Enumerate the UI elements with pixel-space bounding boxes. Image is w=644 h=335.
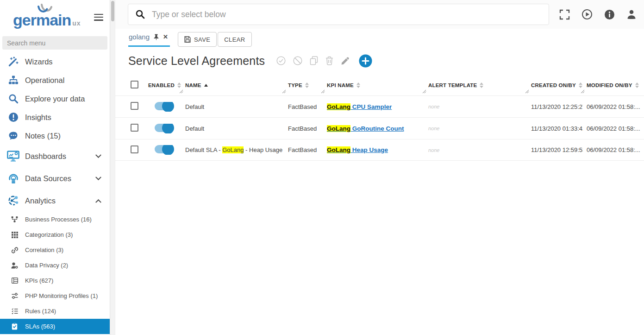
- kpi-link[interactable]: GoLang GoRoutine Count: [327, 125, 404, 132]
- filter-row: golang ✕ SAVE CLEAR: [115, 29, 644, 48]
- sort-icon: [579, 82, 582, 88]
- chevron-down-icon: [95, 152, 101, 158]
- chevron-down-icon: [95, 174, 101, 180]
- column-resize-handle[interactable]: [581, 89, 585, 95]
- info-circle-icon[interactable]: [604, 9, 615, 20]
- list-table-icon: [11, 278, 19, 284]
- duplicate-copy-icon[interactable]: [310, 56, 318, 65]
- sidebar-item-data-sources[interactable]: Data Sources: [0, 167, 110, 190]
- add-plus-button[interactable]: [359, 54, 372, 68]
- row-checkbox[interactable]: [131, 145, 138, 153]
- sidebar-nav: Wizards Operational Explore your data: [0, 52, 110, 334]
- scrollbar-thumb[interactable]: [111, 1, 114, 21]
- sidebar-item-label: Explore your data: [25, 95, 85, 103]
- column-resize-handle[interactable]: [282, 89, 286, 95]
- sla-table: ENABLED NAME TYPE KPI NAME ALERT TEMPLAT: [115, 75, 644, 161]
- select-all-checkbox[interactable]: [131, 81, 138, 88]
- column-resize-handle[interactable]: [422, 89, 426, 95]
- title-actions: [276, 54, 372, 68]
- sidebar-item-data-privacy[interactable]: Data Privacy (2): [0, 258, 110, 273]
- analytics-nodes-icon: [7, 195, 19, 206]
- sidebar-item-insights[interactable]: Insights: [0, 108, 110, 126]
- col-header-modified-on-by[interactable]: MODIFIED ON/BY: [583, 75, 644, 95]
- enabled-toggle[interactable]: [155, 145, 172, 153]
- col-header-alert-template[interactable]: ALERT TEMPLATE: [425, 75, 527, 95]
- row-checkbox[interactable]: [131, 124, 138, 132]
- sidebar-item-wizards[interactable]: Wizards: [0, 52, 110, 71]
- sidebar-item-kpis[interactable]: KPIs (627): [0, 273, 110, 288]
- sliders-icon: [11, 293, 19, 299]
- col-label-alert-template: ALERT TEMPLATE: [428, 82, 477, 88]
- sidebar-item-label: Wizards: [25, 57, 53, 66]
- sidebar-item-notes[interactable]: Notes (15): [0, 126, 110, 145]
- pin-icon[interactable]: [153, 34, 159, 40]
- sla-name: Default: [181, 103, 284, 110]
- link-icon: [11, 247, 19, 253]
- task-list-icon: [11, 308, 19, 314]
- play-circle-icon[interactable]: [581, 9, 593, 20]
- sidebar-item-operational[interactable]: Operational: [0, 71, 110, 89]
- hamburger-menu-icon[interactable]: [92, 10, 105, 24]
- sidebar-item-categorization[interactable]: Categorization (3): [0, 227, 110, 242]
- sidebar-search-input[interactable]: [2, 36, 107, 50]
- clear-button[interactable]: CLEAR: [218, 32, 251, 47]
- col-header-enabled[interactable]: ENABLED: [144, 75, 181, 95]
- sidebar-item-correlation[interactable]: Correlation (3): [0, 242, 110, 258]
- enabled-toggle[interactable]: [155, 102, 172, 110]
- col-header-kpi-name[interactable]: KPI NAME: [323, 75, 425, 95]
- save-button-label: SAVE: [194, 36, 210, 43]
- remove-tag-icon[interactable]: ✕: [163, 34, 168, 40]
- global-search[interactable]: [128, 4, 549, 25]
- magic-wand-icon: [7, 57, 19, 67]
- fullscreen-icon[interactable]: [559, 9, 570, 20]
- filter-tag-golang[interactable]: golang ✕: [128, 32, 170, 47]
- kpi-link[interactable]: GoLang Heap Usage: [327, 146, 388, 153]
- table-header-row: ENABLED NAME TYPE KPI NAME ALERT TEMPLAT: [115, 75, 644, 95]
- col-label-kpi-name: KPI NAME: [327, 82, 354, 88]
- column-resize-handle[interactable]: [321, 89, 325, 95]
- column-resize-handle[interactable]: [525, 89, 529, 95]
- page-title: Service Level Agreements: [128, 54, 265, 68]
- sidebar-item-dashboards[interactable]: Dashboards: [0, 145, 110, 167]
- approve-check-circle-icon[interactable]: [276, 56, 286, 65]
- filter-tag-label: golang: [129, 33, 150, 41]
- col-header-name[interactable]: NAME: [181, 75, 284, 95]
- clear-button-label: CLEAR: [224, 36, 245, 43]
- table-row[interactable]: Default FactBased GoLang CPU Sampler non…: [115, 95, 644, 117]
- col-header-type[interactable]: TYPE: [284, 75, 323, 95]
- germain-logo[interactable]: germainux: [13, 4, 81, 29]
- sla-type: FactBased: [284, 125, 323, 132]
- sort-icon: [480, 82, 483, 88]
- save-floppy-icon: [184, 36, 191, 43]
- sidebar-item-rules[interactable]: Rules (124): [0, 303, 110, 319]
- col-label-name: NAME: [185, 82, 201, 88]
- magnifier-icon: [7, 94, 19, 104]
- sidebar-item-analytics[interactable]: Analytics: [0, 190, 110, 212]
- col-header-created-on-by[interactable]: CREATED ON/BY: [527, 75, 583, 95]
- title-row: Service Level Agreements: [115, 48, 644, 70]
- sidebar-item-explore-your-data[interactable]: Explore your data: [0, 89, 110, 108]
- save-button[interactable]: SAVE: [178, 32, 217, 47]
- table-row[interactable]: Default SLA - GoLang - Heap Usage FactBa…: [115, 139, 644, 161]
- sidebar-item-php-monitoring-profiles[interactable]: PHP Monitoring Profiles (1): [0, 288, 110, 303]
- disable-ban-icon[interactable]: [293, 56, 302, 65]
- enabled-toggle[interactable]: [155, 124, 172, 132]
- comment-dots-icon: [7, 131, 19, 141]
- sidebar-item-label: Categorization (3): [25, 231, 73, 238]
- sidebar-item-slas[interactable]: SLAs (563): [0, 319, 110, 334]
- sidebar-scrollbar[interactable]: [110, 0, 115, 335]
- sidebar-item-business-processes[interactable]: Business Processes (16): [0, 212, 110, 227]
- delete-trash-icon[interactable]: [325, 56, 333, 65]
- column-resize-handle[interactable]: [179, 89, 183, 95]
- kpi-link[interactable]: GoLang CPU Sampler: [327, 103, 392, 110]
- user-icon[interactable]: [626, 9, 637, 19]
- sidebar-header: germainux: [0, 0, 110, 35]
- global-search-input[interactable]: [151, 9, 541, 20]
- flow-nodes-icon: [11, 216, 19, 223]
- col-label-type: TYPE: [288, 82, 302, 88]
- row-checkbox[interactable]: [131, 102, 138, 110]
- table-row[interactable]: Default FactBased GoLang GoRoutine Count…: [115, 117, 644, 139]
- sitemap-icon: [7, 75, 19, 85]
- edit-pencil-icon[interactable]: [341, 57, 350, 65]
- sla-name: Default SLA - GoLang - Heap Usage: [181, 146, 284, 153]
